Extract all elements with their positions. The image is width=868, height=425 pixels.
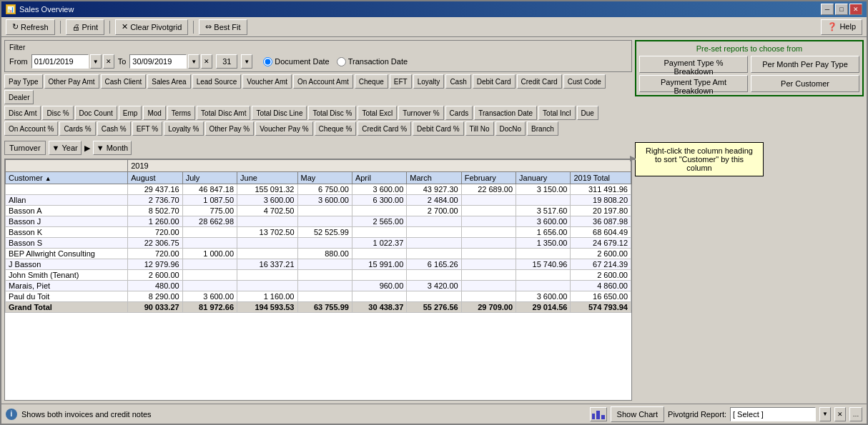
field-btn-on-account-amt[interactable]: On Account Amt [293, 74, 353, 89]
field-btn-total-excl[interactable]: Total Excl [357, 106, 397, 120]
show-chart-button[interactable]: Show Chart [611, 406, 664, 422]
field-btn-mod[interactable]: Mod [143, 106, 165, 120]
field-btn-eft[interactable]: EFT [390, 74, 412, 89]
field-btn-disc-[interactable]: Disc % [42, 106, 73, 120]
field-btn-debit-card[interactable]: Debit Card [473, 74, 516, 89]
field-btn-cards-[interactable]: Cards % [59, 121, 95, 136]
pivot-area: Turnover ▼ Year ▶ ▼ Month [4, 139, 632, 156]
field-btn-cash-[interactable]: Cash % [97, 121, 131, 136]
clear-pivotgrid-button[interactable]: ✕ Clear Pivotgrid [115, 19, 188, 35]
field-btn-transaction-date[interactable]: Transaction Date [474, 106, 537, 120]
num-dropdown[interactable]: ▼ [241, 54, 252, 69]
to-date-clear[interactable]: ✕ [201, 54, 212, 69]
customer-header[interactable]: Customer ▲ [6, 172, 128, 184]
report-dropdown-button[interactable]: ▼ [819, 407, 831, 421]
year-header-row: 2019 [6, 160, 631, 172]
minimize-button[interactable]: ─ [821, 4, 834, 15]
field-btn-due[interactable]: Due [577, 106, 598, 120]
close-button[interactable]: ✕ [849, 4, 862, 15]
field-btn-total-disc-line[interactable]: Total Disc Line [252, 106, 307, 120]
from-date-dropdown[interactable]: ▼ [90, 54, 102, 69]
field-btn-voucher-amt[interactable]: Voucher Amt [242, 74, 292, 89]
pivot-table[interactable]: 2019 Customer ▲ August July June May [4, 159, 632, 401]
chart-icon [590, 407, 607, 421]
maximize-button[interactable]: □ [835, 4, 848, 15]
field-btn-credit-card[interactable]: Credit Card [517, 74, 562, 89]
field-btn-total-disc-[interactable]: Total Disc % [308, 106, 356, 120]
field-btn-terms[interactable]: Terms [167, 106, 195, 120]
may-header[interactable]: May [297, 172, 352, 184]
data-table: 2019 Customer ▲ August July June May [5, 159, 631, 313]
per-customer-button[interactable]: Per Customer [751, 75, 859, 92]
field-btn-cheque[interactable]: Cheque [355, 74, 388, 89]
august-header[interactable]: August [128, 172, 182, 184]
field-btn-cash[interactable]: Cash [445, 74, 470, 89]
field-btn-loyalty-[interactable]: Loyalty % [164, 121, 203, 136]
help-icon: ❓ [827, 22, 837, 31]
field-btn-dealer[interactable]: Dealer [4, 90, 34, 104]
from-date-field[interactable] [31, 54, 89, 69]
field-btn-cash-client[interactable]: Cash Client [101, 74, 147, 89]
print-icon: 🖨 [72, 23, 80, 31]
document-date-radio[interactable]: Document Date [263, 57, 329, 66]
chart-area: Show Chart Pivotgrid Report: ▼ ✕ … [590, 406, 862, 422]
field-btn-sales-area[interactable]: Sales Area [147, 74, 190, 89]
field-btn-emp[interactable]: Emp [119, 106, 142, 120]
per-month-pay-type-button[interactable]: Per Month Per Pay Type [751, 56, 859, 73]
report-close-button[interactable]: ✕ [834, 407, 846, 421]
year-pivot-dropdown[interactable]: ▼ Year [49, 141, 82, 155]
july-header[interactable]: July [182, 172, 237, 184]
field-btn-lead-source[interactable]: Lead Source [192, 74, 242, 89]
preset-buttons: Payment Type % Breakdown Per Month Per P… [639, 56, 859, 92]
status-bar: i Shows both invoices and credit notes S… [1, 404, 867, 424]
field-btn-disc-amt[interactable]: Disc Amt [4, 106, 41, 120]
field-btn-total-disc-amt[interactable]: Total Disc Amt [197, 106, 250, 120]
month-pivot-dropdown[interactable]: ▼ Month [93, 141, 132, 155]
main-window: 📊 Sales Overview ─ □ ✕ ↻ Refresh 🖨 Print… [0, 0, 868, 425]
fields-area: Pay TypeOther Pay AmtCash ClientSales Ar… [4, 74, 632, 137]
field-btn-other-pay-amt[interactable]: Other Pay Amt [44, 74, 99, 89]
tooltip-box: Right-click the column heading to sort "… [635, 142, 764, 176]
field-btn-docno[interactable]: DocNo [495, 121, 526, 136]
refresh-button[interactable]: ↻ Refresh [6, 19, 55, 35]
from-date-clear[interactable]: ✕ [103, 54, 114, 69]
field-btn-loyalty[interactable]: Loyalty [413, 74, 445, 89]
payment-type-breakdown-button[interactable]: Payment Type % Breakdown [639, 56, 748, 73]
transaction-date-radio[interactable]: Transaction Date [337, 57, 408, 66]
best-fit-button[interactable]: ⇔ Best Fit [199, 19, 247, 35]
report-more-button[interactable]: … [849, 407, 862, 421]
print-button[interactable]: 🖨 Print [66, 19, 105, 35]
field-btn-total-incl[interactable]: Total Incl [538, 106, 575, 120]
chevron-down-icon-2: ▼ [97, 144, 104, 152]
field-btn-eft-[interactable]: EFT % [132, 121, 162, 136]
january-header[interactable]: January [516, 172, 571, 184]
to-label: To [118, 57, 127, 66]
field-btn-doc-count[interactable]: Doc Count [75, 106, 117, 120]
field-btn-cust-code[interactable]: Cust Code [563, 74, 606, 89]
field-btn-turnover-[interactable]: Turnover % [398, 106, 443, 120]
help-button[interactable]: ❓ Help [821, 19, 862, 35]
to-date-field[interactable] [129, 54, 187, 69]
field-btn-cheque-[interactable]: Cheque % [315, 121, 357, 136]
field-btn-till-no[interactable]: Till No [465, 121, 494, 136]
april-header[interactable]: April [352, 172, 406, 184]
from-date-input: ▼ ✕ [31, 54, 114, 69]
column-header-row: Customer ▲ August July June May April Ma… [6, 172, 631, 184]
field-btn-pay-type[interactable]: Pay Type [4, 74, 43, 89]
report-select-input[interactable] [730, 407, 816, 421]
payment-type-amt-button[interactable]: Payment Type Amt Breakdown [639, 75, 748, 92]
grand-total-row: Grand Total90 033.2781 972.66194 593.536… [6, 302, 631, 313]
field-btn-voucher-pay-[interactable]: Voucher Pay % [255, 121, 312, 136]
field-btn-credit-card-[interactable]: Credit Card % [357, 121, 411, 136]
field-btn-debit-card-[interactable]: Debit Card % [413, 121, 463, 136]
field-btn-branch[interactable]: Branch [527, 121, 558, 136]
june-header[interactable]: June [237, 172, 297, 184]
total-header[interactable]: 2019 Total [571, 172, 631, 184]
to-date-dropdown[interactable]: ▼ [188, 54, 199, 69]
march-header[interactable]: March [407, 172, 461, 184]
table-row: Basson J1 260.0028 662.982 565.003 600.0… [6, 216, 631, 227]
field-btn-other-pay-[interactable]: Other Pay % [205, 121, 255, 136]
field-btn-cards[interactable]: Cards [445, 106, 473, 120]
field-btn-on-account-[interactable]: On Account % [4, 121, 58, 136]
february-header[interactable]: February [461, 172, 516, 184]
